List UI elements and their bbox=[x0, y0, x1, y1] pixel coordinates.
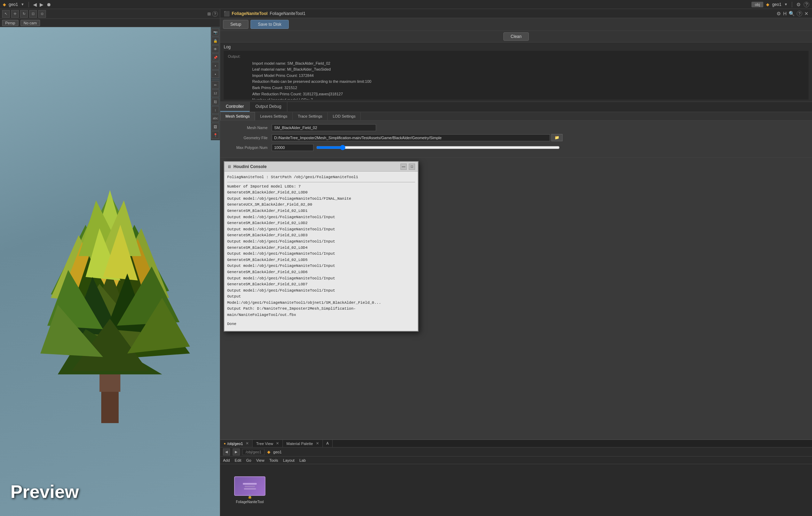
tool-dot2[interactable]: • bbox=[212, 70, 219, 78]
dropdown-arrow-right[interactable]: ▼ bbox=[784, 2, 788, 6]
console-line-16: GenerateSM_BlackAlder_Field_02_LOD6 bbox=[227, 269, 415, 276]
tool-lock[interactable]: 🔒 bbox=[212, 37, 219, 45]
tab-controller[interactable]: Controller bbox=[220, 102, 250, 112]
console-line-sep bbox=[227, 182, 415, 182]
geometry-file-browse-btn[interactable]: 📁 bbox=[551, 134, 563, 141]
console-line-21: Model:/obj/geo1/FoliageNaniteTool1/objne… bbox=[227, 300, 415, 306]
dropdown-arrow-left[interactable]: ▼ bbox=[21, 2, 24, 6]
console-line-23: main/NaniteFoliageTool/out.fbx bbox=[227, 312, 415, 318]
foliage-nanite-node[interactable]: 🔒 FoliageNaniteTool bbox=[234, 476, 265, 504]
ntab-a[interactable]: A bbox=[323, 440, 333, 447]
geometry-file-row: Geometry File 📁 bbox=[223, 134, 809, 141]
stab-mesh[interactable]: Mesh Settings bbox=[220, 112, 255, 120]
tree-preview-svg bbox=[23, 173, 197, 434]
rpanel-topbar: ⬛ FoliageNaniteTool FoliageNaniteTool1 ⚙… bbox=[220, 9, 812, 18]
log-line-2: Leaf material name: MI_BlackAlder_TwoSid… bbox=[228, 66, 804, 73]
tool-num[interactable]: 12 bbox=[212, 89, 219, 97]
net-back-btn[interactable]: ◀ bbox=[223, 448, 230, 455]
scale-tool-btn[interactable]: ⊡ bbox=[29, 10, 37, 18]
console-line-20: Output bbox=[227, 294, 415, 300]
save-to-disk-btn[interactable]: Save to Disk bbox=[250, 20, 288, 29]
ntab-path-icon: ● bbox=[224, 442, 226, 445]
app-geo-icon: ◆ bbox=[3, 2, 6, 7]
viewport-3d[interactable]: Preview 📷 🔒 👁 📌 • • ✏ 12 ⛓ ↕ abc 🖼 bbox=[0, 27, 220, 516]
console-minimize-btn[interactable]: — bbox=[400, 164, 407, 170]
viewport-help-icon[interactable]: ? bbox=[212, 11, 218, 17]
menu-add[interactable]: Add bbox=[223, 458, 230, 462]
tool-pin[interactable]: 📌 bbox=[212, 54, 219, 61]
camera-tool-btn[interactable]: ⊙ bbox=[38, 10, 46, 18]
tool-dot1[interactable]: • bbox=[212, 62, 219, 70]
nav-icon-forward[interactable]: ▶ bbox=[40, 2, 43, 7]
console-maximize-btn[interactable]: □ bbox=[409, 164, 415, 170]
network-canvas[interactable]: 🔒 FoliageNaniteTool bbox=[220, 464, 812, 516]
ntab-close-1[interactable]: ✕ bbox=[246, 441, 249, 446]
tool-eye[interactable]: 👁 bbox=[212, 45, 219, 53]
menu-tools[interactable]: Tools bbox=[269, 458, 278, 462]
mesh-name-input[interactable] bbox=[272, 124, 376, 131]
console-line-17: Output model:/obj/geo1/FoliageNaniteTool… bbox=[227, 276, 415, 282]
tool-cam[interactable]: 📷 bbox=[212, 29, 219, 36]
tool-loc[interactable]: 📍 bbox=[212, 131, 219, 139]
max-polygon-slider[interactable] bbox=[316, 145, 560, 150]
rpanel-close-icon[interactable]: ✕ bbox=[804, 11, 809, 16]
console-line-12: GenerateSM_BlackAlder_Field_02_LOD4 bbox=[227, 245, 415, 251]
nocam-btn[interactable]: No cam bbox=[21, 20, 40, 26]
tool-img[interactable]: 🖼 bbox=[212, 123, 219, 130]
net-geo-label: geo1 bbox=[273, 450, 281, 454]
persp-btn[interactable]: Persp bbox=[2, 20, 18, 26]
geometry-file-label: Geometry File bbox=[223, 136, 272, 140]
ntab-close-2[interactable]: ✕ bbox=[276, 441, 279, 446]
menu-layout[interactable]: Layout bbox=[283, 458, 295, 462]
tool-title: FoliageNaniteTool bbox=[232, 11, 268, 16]
network-navbar: ◀ ▶ /obj/geo1 ◆ geo1 bbox=[220, 447, 812, 457]
log-line-4: Reduction Ratio can be preserved accordi… bbox=[228, 79, 804, 85]
max-polygon-input[interactable] bbox=[272, 144, 313, 151]
geometry-file-input[interactable] bbox=[272, 134, 550, 141]
log-line-7: Number of Imported model LODs: 7 bbox=[228, 97, 804, 100]
log-label: Log bbox=[224, 45, 809, 49]
stab-leaves[interactable]: Leaves Settings bbox=[255, 112, 293, 120]
help-icon[interactable]: ? bbox=[804, 2, 809, 7]
menu-edit[interactable]: Edit bbox=[235, 458, 241, 462]
ntab-material[interactable]: Material Palette ✕ bbox=[283, 440, 323, 447]
viewport-options-icon[interactable]: ⊞ bbox=[207, 11, 211, 16]
rpanel-settings-icon[interactable]: ⚙ bbox=[777, 11, 781, 16]
tab-output-debug[interactable]: Output Debug bbox=[250, 102, 287, 112]
move-tool-btn[interactable]: ✛ bbox=[11, 10, 19, 18]
mesh-name-row: Mesh Name bbox=[223, 124, 809, 131]
net-forward-btn[interactable]: ▶ bbox=[233, 448, 240, 455]
rotate-tool-btn[interactable]: ↻ bbox=[20, 10, 28, 18]
max-polygon-row: Max Polygon Num bbox=[223, 144, 809, 151]
select-tool-btn[interactable]: ↖ bbox=[2, 10, 10, 18]
menu-lab[interactable]: Lab bbox=[300, 458, 306, 462]
stab-lod[interactable]: LOD Settings bbox=[328, 112, 361, 120]
tab-geo-label[interactable]: obj bbox=[751, 2, 764, 7]
stab-trace[interactable]: Trace Settings bbox=[293, 112, 328, 120]
log-line-1: Import model name: SM_BlackAlder_Field_0… bbox=[228, 61, 804, 67]
menu-go[interactable]: Go bbox=[246, 458, 252, 462]
rpanel-highlight-icon[interactable]: H bbox=[783, 11, 787, 16]
ntab-obj-geo1[interactable]: ● /obj/geo1 ✕ bbox=[220, 440, 253, 447]
nav-icon-record[interactable]: ⏺ bbox=[46, 2, 51, 7]
console-content[interactable]: FoliagNaniteTool : StartPath /obj/geo1/F… bbox=[224, 172, 418, 331]
console-line-9: Output model:/obj/geo1/FoliageNaniteTool… bbox=[227, 227, 415, 233]
ntab-treeview[interactable]: Tree View ✕ bbox=[253, 440, 283, 447]
rpanel-help-icon[interactable]: ? bbox=[797, 11, 802, 16]
log-line-3: Import Model Prims Count: 1372844 bbox=[228, 73, 804, 79]
rpanel-search-icon[interactable]: 🔍 bbox=[789, 11, 795, 16]
console-line-4: Output model:/obj/geo1/FoliageNaniteTool… bbox=[227, 196, 415, 202]
setup-btn[interactable]: Setup bbox=[223, 20, 248, 29]
tool-chain[interactable]: ⛓ bbox=[212, 98, 219, 105]
clean-btn-row: Clean bbox=[220, 31, 812, 42]
settings-icon[interactable]: ⚙ bbox=[796, 2, 801, 7]
tool-abc[interactable]: abc bbox=[212, 114, 219, 122]
nav-icon-back[interactable]: ◀ bbox=[33, 2, 37, 7]
ntab-close-3[interactable]: ✕ bbox=[316, 441, 319, 446]
log-line-6: After Reduction Prims Count: 318127[Leav… bbox=[228, 91, 804, 97]
menu-view[interactable]: View bbox=[256, 458, 264, 462]
tool-icon: ⬛ bbox=[224, 11, 230, 16]
tool-pen[interactable]: ✏ bbox=[212, 81, 219, 89]
tool-move2[interactable]: ↕ bbox=[212, 106, 219, 114]
clean-btn[interactable]: Clean bbox=[503, 32, 529, 41]
